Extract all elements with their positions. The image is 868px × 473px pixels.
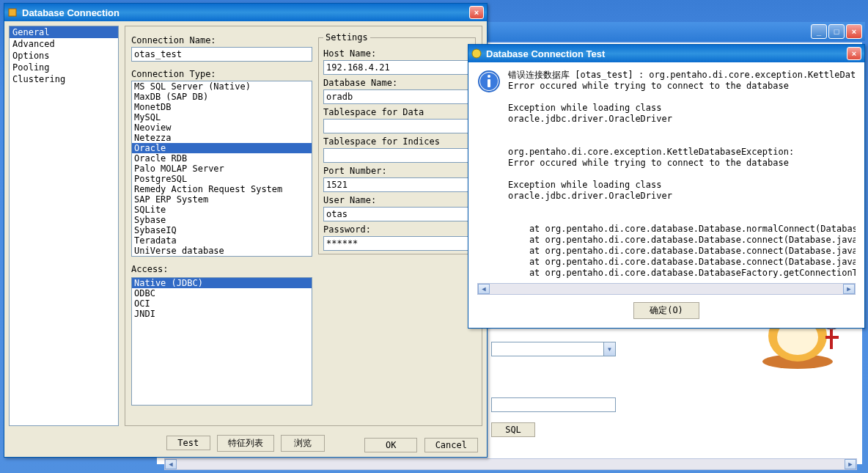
browse-button[interactable]: 浏览 — [281, 435, 325, 452]
list-item[interactable]: MS SQL Server (Native) — [132, 81, 312, 92]
svg-point-11 — [472, 49, 481, 58]
password-label: Password: — [323, 224, 471, 235]
list-item[interactable]: OCI — [132, 298, 312, 309]
ok-button[interactable]: OK — [364, 438, 417, 452]
info-icon — [477, 70, 501, 93]
port-label: Port Number: — [323, 166, 471, 176]
tablespace-data-label: Tablespace for Data — [323, 107, 471, 117]
main-titlebar: Database Connection × — [4, 4, 487, 21]
svg-rect-10 — [9, 9, 16, 16]
connection-name-label: Connection Name: — [131, 35, 312, 45]
error-title: Database Connection Test — [486, 48, 847, 59]
database-icon — [7, 7, 18, 18]
background-combo-1[interactable]: ▼ — [491, 342, 616, 356]
error-horizontal-scrollbar[interactable]: ◄ ► — [477, 283, 856, 295]
list-item[interactable]: Neoview — [132, 122, 312, 133]
list-item[interactable]: SQLite — [132, 205, 312, 215]
access-listbox[interactable]: Native (JDBC)ODBCOCIJNDI — [131, 277, 312, 406]
list-item[interactable]: MySQL — [132, 112, 312, 122]
error-message: 错误连接数据库 [otas_test] : org.pentaho.di.cor… — [508, 70, 856, 279]
parent-close-button[interactable]: × — [846, 24, 862, 39]
test-dialog-icon — [471, 48, 482, 59]
list-item[interactable]: MonetDB — [132, 102, 312, 112]
settings-fieldset: Settings Host Name: Database Name: Table… — [318, 32, 476, 254]
username-label: User Name: — [323, 195, 471, 205]
list-item[interactable]: Vertica — [132, 256, 312, 257]
port-input[interactable] — [323, 177, 471, 192]
sidebar-item-pooling[interactable]: Pooling — [10, 62, 118, 73]
sidebar-item-advanced[interactable]: Advanced — [10, 38, 118, 50]
connection-type-label: Connection Type: — [131, 69, 312, 79]
list-item[interactable]: Netezza — [132, 133, 312, 143]
dbname-label: Database Name: — [323, 78, 471, 88]
list-item[interactable]: SAP ERP System — [132, 194, 312, 205]
tablespace-idx-label: Tablespace for Indices — [323, 136, 471, 147]
connection-type-listbox[interactable]: MS SQL Server (Native)MaxDB (SAP DB)Mone… — [131, 81, 312, 257]
database-connection-dialog: Database Connection × GeneralAdvancedOpt… — [4, 3, 488, 458]
close-button[interactable]: × — [469, 6, 484, 19]
list-item[interactable]: UniVerse database — [132, 246, 312, 256]
error-ok-button[interactable]: 确定(O) — [633, 302, 699, 319]
main-title: Database Connection — [22, 7, 469, 18]
chevron-down-icon: ▼ — [603, 342, 615, 356]
maximize-button[interactable]: □ — [828, 24, 845, 39]
tablespace-data-input[interactable] — [323, 119, 471, 133]
svg-point-14 — [488, 75, 490, 78]
hostname-input[interactable] — [323, 60, 471, 75]
list-item[interactable]: MaxDB (SAP DB) — [132, 92, 312, 102]
scroll-left-icon[interactable]: ◄ — [165, 459, 177, 469]
category-sidebar: GeneralAdvancedOptionsPoolingClustering — [9, 26, 119, 426]
list-item[interactable]: Palo MOLAP Server — [132, 164, 312, 174]
list-item[interactable]: JNDI — [132, 309, 312, 319]
list-item[interactable]: Teradata — [132, 235, 312, 246]
access-label: Access: — [131, 264, 312, 274]
test-button[interactable]: Test — [166, 436, 210, 450]
parent-horizontal-scrollbar[interactable]: ◄ ► — [164, 458, 857, 470]
password-input[interactable] — [323, 236, 471, 251]
sidebar-item-options[interactable]: Options — [10, 50, 118, 62]
dbname-input[interactable] — [323, 89, 471, 104]
list-item[interactable]: SybaseIQ — [132, 225, 312, 235]
list-item[interactable]: Oracle — [132, 143, 312, 153]
scroll-right-icon[interactable]: ► — [843, 284, 855, 294]
scroll-left-icon[interactable]: ◄ — [478, 284, 490, 294]
list-item[interactable]: PostgreSQL — [132, 174, 312, 184]
svg-rect-8 — [830, 327, 833, 349]
database-connection-test-dialog: Database Connection Test × 错误连接数据库 [otas… — [468, 44, 865, 329]
sql-button[interactable]: SQL — [491, 422, 535, 437]
sidebar-item-general[interactable]: General — [10, 26, 118, 38]
dialog-buttons-row: OK Cancel — [360, 438, 478, 452]
list-item[interactable]: Oracle RDB — [132, 153, 312, 164]
list-item[interactable]: Native (JDBC) — [132, 278, 312, 288]
username-input[interactable] — [323, 207, 471, 221]
error-titlebar: Database Connection Test × — [468, 45, 864, 62]
list-item[interactable]: Sybase — [132, 215, 312, 225]
feature-list-button[interactable]: 特征列表 — [217, 435, 274, 452]
cancel-button[interactable]: Cancel — [424, 438, 478, 452]
background-field-1[interactable] — [491, 397, 616, 412]
settings-legend: Settings — [323, 32, 370, 43]
sidebar-item-clustering[interactable]: Clustering — [10, 73, 118, 85]
connection-name-input[interactable] — [131, 47, 312, 62]
error-close-button[interactable]: × — [847, 47, 861, 60]
scroll-right-icon[interactable]: ► — [845, 459, 856, 469]
tablespace-idx-input[interactable] — [323, 148, 471, 163]
minimize-button[interactable]: _ — [811, 24, 827, 39]
list-item[interactable]: Remedy Action Request System — [132, 184, 312, 194]
svg-rect-15 — [488, 79, 490, 87]
list-item[interactable]: ODBC — [132, 288, 312, 298]
hostname-label: Host Name: — [323, 48, 471, 59]
